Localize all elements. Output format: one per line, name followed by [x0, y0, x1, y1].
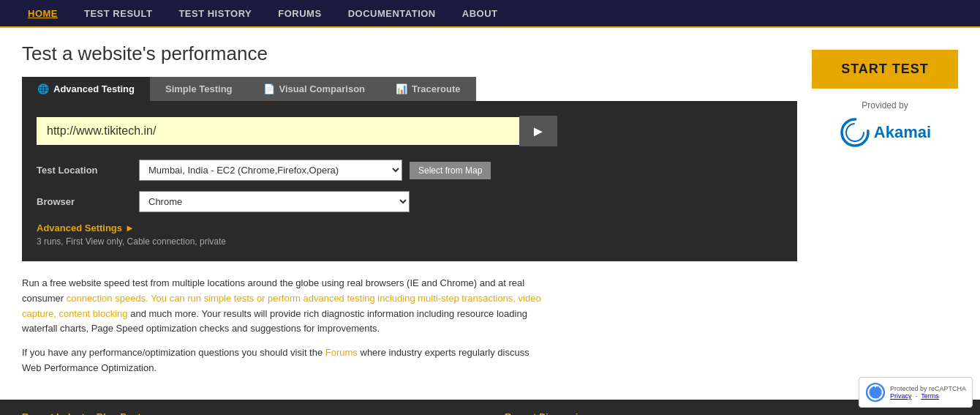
left-panel: Test a website's performance 🌐 Advanced …	[22, 42, 797, 385]
desc-line3c: Performance Optimization.	[44, 362, 157, 373]
akamai-text: Akamai	[874, 123, 931, 142]
navigation: HOME TEST RESULT TEST HISTORY FORUMS DOC…	[0, 0, 980, 28]
recaptcha-privacy[interactable]: Privacy	[890, 392, 912, 400]
test-location-select[interactable]: Mumbai, India - EC2 (Chrome,Firefox,Oper…	[139, 160, 402, 181]
desc-line2b-orange: blocking	[93, 308, 128, 319]
test-location-label: Test Location	[37, 165, 132, 176]
tab-advanced-testing[interactable]: 🌐 Advanced Testing	[22, 77, 150, 101]
browser-label: Browser	[37, 196, 132, 207]
test-location-row: Test Location Mumbai, India - EC2 (Chrom…	[37, 160, 783, 181]
nav-test-result[interactable]: TEST RESULT	[71, 8, 165, 19]
tab-visual-comparison[interactable]: 📄 Visual Comparison	[248, 77, 381, 101]
provided-by-label: Provided by	[862, 100, 908, 111]
recaptcha-text: Protected by reCAPTCHA Privacy - Terms	[890, 385, 966, 400]
desc-line3: If you have any performance/optimization…	[22, 347, 323, 358]
footer-col-blog: Recent Industry Blog Posts 4 Reasons to …	[22, 411, 475, 415]
desc-line2d: optimization checks and suggestions for …	[146, 323, 380, 334]
select-from-map-button[interactable]: Select from Map	[410, 162, 491, 179]
advanced-settings-label: Advanced Settings	[37, 223, 122, 233]
recaptcha-icon	[865, 382, 886, 403]
advanced-settings-toggle[interactable]: Advanced Settings ►	[37, 223, 783, 233]
url-submit-arrow[interactable]: ►	[519, 116, 557, 146]
graph-icon: 📊	[396, 83, 407, 94]
test-panel: ► Test Location Mumbai, India - EC2 (Chr…	[22, 101, 797, 261]
tab-simple-testing[interactable]: Simple Testing	[150, 77, 248, 101]
browser-select[interactable]: Chrome	[139, 191, 410, 212]
nav-about[interactable]: ABOUT	[449, 8, 511, 19]
globe-icon: 🌐	[37, 83, 49, 94]
nav-test-history[interactable]: TEST HISTORY	[165, 8, 265, 19]
main-content: Test a website's performance 🌐 Advanced …	[0, 28, 980, 400]
nav-home[interactable]: HOME	[15, 8, 71, 19]
footer: Recent Industry Blog Posts 4 Reasons to …	[0, 400, 980, 415]
start-test-button[interactable]: START TEST	[812, 50, 958, 89]
forums-link[interactable]: Forums	[325, 347, 358, 358]
recaptcha-badge: Protected by reCAPTCHA Privacy - Terms	[859, 377, 973, 408]
tab-traceroute[interactable]: 📊 Traceroute	[380, 77, 475, 101]
nav-forums[interactable]: FORUMS	[265, 8, 334, 19]
browser-row: Browser Chrome	[37, 191, 783, 212]
desc-line1b-orange: connection speeds.	[67, 293, 148, 304]
description: Run a free website speed test from multi…	[22, 276, 549, 376]
footer-blog-title: Recent Industry Blog Posts	[22, 411, 475, 415]
akamai-icon	[839, 116, 871, 149]
tabs: 🌐 Advanced Testing Simple Testing 📄 Visu…	[22, 77, 797, 101]
svg-point-1	[846, 124, 864, 141]
recaptcha-terms[interactable]: Terms	[921, 392, 939, 400]
url-input-wrapper: ►	[37, 116, 783, 146]
footer-col-discussions: Recent Discussions Optimizing Magento Fo…	[505, 411, 958, 415]
page-title: Test a website's performance	[22, 42, 797, 65]
footer-discussions-title: Recent Discussions	[505, 411, 958, 415]
right-panel: START TEST Provided by Akamai	[812, 42, 958, 385]
nav-documentation[interactable]: DOCUMENTATION	[335, 8, 449, 19]
advanced-settings-arrow: ►	[125, 223, 135, 233]
advanced-settings-desc: 3 runs, First View only, Cable connectio…	[37, 236, 783, 247]
akamai-logo: Akamai	[839, 116, 931, 149]
doc-icon: 📄	[263, 83, 275, 94]
url-input[interactable]	[37, 117, 519, 145]
